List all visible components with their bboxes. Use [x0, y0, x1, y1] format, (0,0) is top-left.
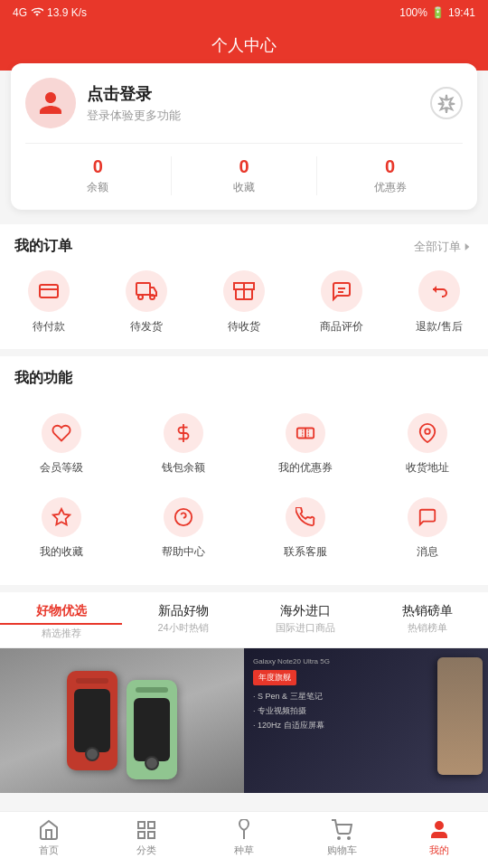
cart-icon: [331, 819, 352, 841]
svg-rect-13: [148, 822, 155, 828]
cat-tab-featured[interactable]: 好物优选 精选推荐: [0, 603, 122, 640]
help-icon: [174, 507, 193, 527]
order-pending-ship[interactable]: 待发货: [98, 270, 195, 335]
grid-icon: [136, 819, 157, 841]
category-tabs: 好物优选 精选推荐 新品好物 24小时热销 海外进口 国际进口商品 热销磅单 热…: [0, 592, 488, 648]
login-text: 点击登录: [87, 83, 181, 105]
func-service[interactable]: 联系客服: [244, 486, 366, 571]
speed-text: 13.9 K/s: [47, 6, 87, 19]
nav-cart[interactable]: 购物车: [293, 819, 390, 857]
balance-value: 0: [25, 156, 171, 177]
functions-title: 我的功能: [14, 369, 72, 388]
cat-hot-name: 热销磅单: [366, 603, 488, 619]
bottom-nav: 首页 分类 种草 购物车 我的: [0, 811, 488, 868]
order-refund-label: 退款/售后: [416, 319, 462, 335]
nav-plant-label: 种草: [234, 844, 254, 857]
svg-rect-15: [148, 832, 155, 838]
nav-plant[interactable]: 种草: [195, 819, 293, 857]
cat-hot-sub: 热销榜单: [366, 621, 488, 635]
func-help-label: 帮助中心: [162, 544, 205, 560]
func-membership-label: 会员等级: [40, 460, 83, 476]
page-title: 个人中心: [211, 36, 277, 54]
home-icon: [38, 819, 60, 841]
order-pending-ship-label: 待发货: [130, 319, 163, 335]
svg-point-18: [436, 822, 443, 829]
svg-rect-1: [136, 283, 150, 295]
func-messages[interactable]: 消息: [366, 486, 488, 571]
nav-profile[interactable]: 我的: [390, 819, 488, 857]
nav-home[interactable]: 首页: [0, 819, 98, 857]
product-right[interactable]: Galaxy Note20 Ultra 5G 年度旗舰 · S Pen & 三星…: [244, 648, 488, 793]
time-text: 19:41: [448, 6, 475, 19]
func-service-label: 联系客服: [284, 544, 327, 560]
svg-point-3: [150, 295, 155, 299]
order-review[interactable]: 商品评价: [293, 270, 390, 335]
order-refund[interactable]: 退款/售后: [390, 270, 488, 335]
cat-tab-new[interactable]: 新品好物 24小时热销: [122, 603, 244, 640]
func-coupon-label: 我的优惠券: [278, 460, 333, 476]
order-pending-payment-label: 待付款: [33, 319, 65, 335]
battery-icon: 🔋: [431, 6, 445, 19]
favorites-value: 0: [172, 156, 317, 177]
svg-point-17: [348, 837, 350, 839]
func-address[interactable]: 收货地址: [366, 402, 488, 486]
settings-icon: [436, 93, 456, 113]
product-badge: 年度旗舰: [253, 670, 296, 685]
coupons-value: 0: [317, 156, 463, 177]
pending-receive-icon: [233, 280, 255, 302]
svg-point-2: [138, 295, 143, 299]
cat-tab-hot[interactable]: 热销磅单 热销榜单: [366, 603, 488, 640]
orders-title: 我的订单: [14, 237, 72, 256]
cat-featured-name: 好物优选: [0, 603, 122, 625]
pending-ship-icon: [136, 280, 157, 302]
svg-marker-9: [52, 509, 69, 524]
address-icon: [418, 423, 437, 443]
profile-info[interactable]: 点击登录 登录体验更多功能: [25, 78, 181, 128]
status-left: 4G 13.9 K/s: [13, 5, 87, 21]
svg-rect-0: [40, 285, 58, 297]
stat-balance[interactable]: 0 余额: [25, 156, 171, 195]
func-messages-label: 消息: [417, 544, 438, 560]
product-left[interactable]: [0, 648, 244, 793]
order-pending-receive[interactable]: 待收货: [195, 270, 293, 335]
plant-icon: [233, 819, 255, 841]
order-icons-row: 待付款 待发货: [0, 265, 488, 349]
cat-new-sub: 24小时热销: [122, 621, 244, 635]
stat-coupons[interactable]: 0 优惠券: [316, 156, 463, 195]
battery-text: 100%: [399, 6, 427, 19]
chevron-right-icon: [461, 241, 474, 253]
messages-icon: [418, 507, 437, 527]
coupon-icon: [296, 423, 315, 443]
coupons-label: 优惠券: [317, 180, 463, 195]
order-review-label: 商品评价: [320, 319, 363, 335]
func-help[interactable]: 帮助中心: [122, 486, 244, 571]
func-favorites[interactable]: 我的收藏: [0, 486, 122, 571]
func-favorites-label: 我的收藏: [40, 544, 83, 560]
func-wallet[interactable]: 钱包余额: [122, 402, 244, 486]
functions-section: 我的功能 会员等级 钱包余额: [0, 356, 488, 585]
nav-home-label: 首页: [39, 844, 59, 857]
func-membership[interactable]: 会员等级: [0, 402, 122, 486]
review-icon: [331, 280, 352, 302]
pending-payment-icon: [38, 280, 60, 302]
stats-row: 0 余额 0 收藏 0 优惠券: [25, 143, 463, 195]
cat-new-name: 新品好物: [122, 603, 244, 619]
order-pending-payment[interactable]: 待付款: [0, 270, 98, 335]
svg-point-16: [338, 837, 340, 839]
stat-favorites[interactable]: 0 收藏: [171, 156, 317, 195]
nav-profile-label: 我的: [429, 844, 449, 857]
favorites-icon: [52, 507, 71, 527]
nav-category[interactable]: 分类: [98, 819, 195, 857]
func-coupon[interactable]: 我的优惠券: [244, 402, 366, 486]
cat-tab-import[interactable]: 海外进口 国际进口商品: [244, 603, 366, 640]
orders-more[interactable]: 全部订单: [414, 239, 474, 255]
user-avatar-icon: [37, 90, 64, 117]
settings-button[interactable]: [430, 87, 463, 119]
product-row: Galaxy Note20 Ultra 5G 年度旗舰 · S Pen & 三星…: [0, 648, 488, 793]
func-address-label: 收货地址: [406, 460, 449, 476]
refund-icon: [428, 280, 450, 302]
membership-icon: [52, 423, 71, 443]
favorites-label: 收藏: [172, 180, 317, 195]
avatar[interactable]: [25, 78, 76, 128]
status-right: 100% 🔋 19:41: [399, 6, 475, 19]
